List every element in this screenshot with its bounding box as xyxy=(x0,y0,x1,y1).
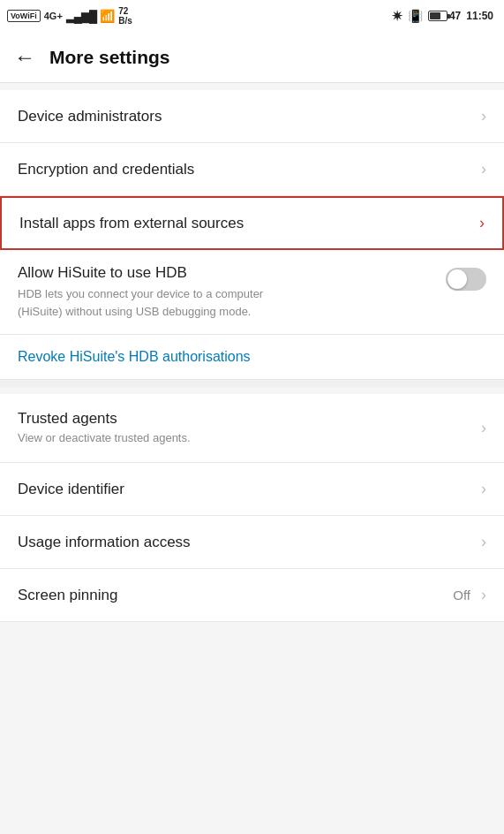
vowifi-indicator: VoWiFi xyxy=(7,10,41,22)
signal-4g: 4G+ xyxy=(44,11,63,21)
setting-sublabel-trusted-agents: View or deactivate trusted agents. xyxy=(18,430,318,446)
settings-list-bottom: Trusted agents View or deactivate truste… xyxy=(0,394,504,622)
setting-item-install-apps-external[interactable]: Install apps from external sources › xyxy=(0,196,504,250)
setting-item-trusted-agents[interactable]: Trusted agents View or deactivate truste… xyxy=(0,394,504,463)
signal-bars: ▂▄▆█ xyxy=(66,10,96,23)
wifi-icon: 📶 xyxy=(100,9,115,23)
revoke-hisuite-link[interactable]: Revoke HiSuite's HDB authorisations xyxy=(18,349,251,364)
setting-item-encryption-credentials[interactable]: Encryption and credentials › xyxy=(0,143,504,196)
hisuite-text: Allow HiSuite to use HDB HDB lets you co… xyxy=(18,264,435,320)
header: ← More settings xyxy=(0,32,504,83)
hisuite-toggle[interactable] xyxy=(446,268,486,291)
setting-label-screen-pinning: Screen pinning xyxy=(18,587,453,604)
setting-label-device-identifier: Device identifier xyxy=(18,481,474,498)
back-button[interactable]: ← xyxy=(14,47,35,68)
bluetooth-icon: ✷ xyxy=(392,9,402,23)
hisuite-hdb-block: Allow HiSuite to use HDB HDB lets you co… xyxy=(0,250,504,335)
hisuite-description: HDB lets you connect your device to a co… xyxy=(18,285,291,320)
battery-icon xyxy=(428,11,448,21)
screen-pinning-value: Off xyxy=(453,588,470,603)
setting-content-install-apps-external: Install apps from external sources xyxy=(19,215,472,232)
setting-label-trusted-agents: Trusted agents xyxy=(18,410,474,428)
setting-content-screen-pinning: Screen pinning xyxy=(18,587,453,604)
revoke-block: Revoke HiSuite's HDB authorisations xyxy=(0,335,504,380)
chevron-icon-usage-information: › xyxy=(481,533,486,551)
status-left: VoWiFi 4G+ ▂▄▆█ 📶 72B/s xyxy=(7,6,132,26)
setting-content-usage-information: Usage information access xyxy=(18,534,474,551)
setting-item-usage-information[interactable]: Usage information access › xyxy=(0,516,504,569)
status-right: ✷ 📳 47 11:50 xyxy=(392,9,493,23)
setting-content-trusted-agents: Trusted agents View or deactivate truste… xyxy=(18,410,474,446)
battery-indicator: 47 xyxy=(428,10,461,22)
settings-list-top: Device administrators › Encryption and c… xyxy=(0,90,504,380)
setting-label-device-administrators: Device administrators xyxy=(18,108,474,125)
vibrate-icon: 📳 xyxy=(408,9,423,23)
battery-fill xyxy=(430,12,440,19)
setting-item-screen-pinning[interactable]: Screen pinning Off › xyxy=(0,569,504,622)
chevron-icon-device-administrators: › xyxy=(481,107,486,125)
chevron-icon-trusted-agents: › xyxy=(481,419,486,437)
network-speed: 72B/s xyxy=(118,6,132,26)
status-bar: VoWiFi 4G+ ▂▄▆█ 📶 72B/s ✷ 📳 47 11:50 xyxy=(0,0,504,32)
battery-percent: 47 xyxy=(449,10,461,22)
chevron-icon-encryption-credentials: › xyxy=(481,160,486,178)
setting-label-install-apps-external: Install apps from external sources xyxy=(19,215,472,232)
hisuite-toggle-container xyxy=(446,268,486,291)
chevron-icon-screen-pinning: › xyxy=(481,586,486,604)
time-display: 11:50 xyxy=(466,10,493,22)
chevron-icon-install-apps-external: › xyxy=(479,214,485,232)
toggle-knob xyxy=(448,269,467,289)
setting-content-device-identifier: Device identifier xyxy=(18,481,474,498)
setting-label-encryption-credentials: Encryption and credentials xyxy=(18,161,474,178)
setting-item-device-administrators[interactable]: Device administrators › xyxy=(0,90,504,143)
setting-content-encryption-credentials: Encryption and credentials xyxy=(18,161,474,178)
page-title: More settings xyxy=(49,47,170,68)
hisuite-title: Allow HiSuite to use HDB xyxy=(18,264,435,282)
chevron-icon-device-identifier: › xyxy=(481,480,486,498)
setting-item-device-identifier[interactable]: Device identifier › xyxy=(0,463,504,516)
setting-content-device-administrators: Device administrators xyxy=(18,108,474,125)
setting-label-usage-information: Usage information access xyxy=(18,534,474,551)
section-divider xyxy=(0,380,504,387)
